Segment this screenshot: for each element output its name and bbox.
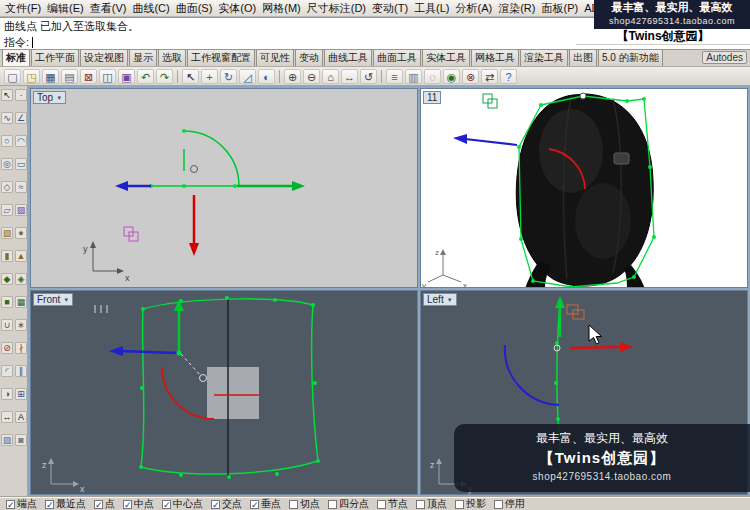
menu-analyze[interactable]: 分析(A) <box>453 0 496 17</box>
osnap-midpoint[interactable]: ✓中点 <box>123 497 154 510</box>
checkbox-icon[interactable]: ✓ <box>123 500 132 509</box>
text-tool-icon[interactable]: A <box>15 411 27 423</box>
save-icon[interactable]: ▦ <box>42 69 59 84</box>
print-icon[interactable]: ▤ <box>61 69 78 84</box>
split-tool-icon[interactable]: ∤ <box>15 342 27 354</box>
zoom-out-icon[interactable]: ⊖ <box>303 69 320 84</box>
help-icon[interactable]: ? <box>500 69 517 84</box>
tab-render-tools[interactable]: 渲染工具 <box>520 50 568 66</box>
checkbox-icon[interactable] <box>289 500 298 509</box>
menu-edit[interactable]: 编辑(E) <box>44 0 87 17</box>
menu-surface[interactable]: 曲面(S) <box>173 0 216 17</box>
tab-transform[interactable]: 变动 <box>295 50 323 66</box>
offset-tool-icon[interactable]: ∥ <box>15 365 27 377</box>
menu-tools[interactable]: 工具(L) <box>411 0 452 17</box>
tab-display[interactable]: 显示 <box>129 50 157 66</box>
surface-corner-tool-icon[interactable]: ▨ <box>15 204 27 216</box>
menu-panels[interactable]: 面板(P) <box>538 0 581 17</box>
checkbox-icon[interactable]: ✓ <box>250 500 259 509</box>
join-tool-icon[interactable]: ∪ <box>1 319 13 331</box>
viewport-perspective[interactable]: 11 <box>420 88 748 288</box>
tab-viewport-layout[interactable]: 工作视窗配置 <box>187 50 255 66</box>
menu-file[interactable]: 文件(F) <box>2 0 44 17</box>
undo-icon[interactable]: ↶ <box>137 69 154 84</box>
gumball-red-arrow[interactable] <box>569 347 621 348</box>
mirror-tool-icon[interactable]: ◑ <box>1 388 13 400</box>
rotate-handle-arc[interactable] <box>162 367 214 419</box>
osnap-point[interactable]: ✓点 <box>94 497 115 510</box>
select-tool-icon[interactable]: ↖ <box>1 89 13 101</box>
gumball-x-arrow[interactable] <box>465 139 517 145</box>
swap-view-icon[interactable]: ⇄ <box>481 69 498 84</box>
polygon-tool-icon[interactable]: ◇ <box>1 181 13 193</box>
open-file-icon[interactable]: ◳ <box>23 69 40 84</box>
viewport-front[interactable]: Front ▼ <box>30 290 418 495</box>
select-icon[interactable]: ↖ <box>182 69 199 84</box>
explode-tool-icon[interactable]: ∗ <box>15 319 27 331</box>
mirror-icon[interactable]: ◐ <box>258 69 275 84</box>
copy-icon[interactable]: ◫ <box>99 69 116 84</box>
osnap-project[interactable]: 投影 <box>455 497 486 510</box>
tab-curve-tools[interactable]: 曲线工具 <box>324 50 372 66</box>
array-tool-icon[interactable]: ⊞ <box>15 388 27 400</box>
checkbox-icon[interactable]: ✓ <box>211 500 220 509</box>
zoom-extents-icon[interactable]: ⌂ <box>322 69 339 84</box>
curve-tool-icon[interactable]: ∿ <box>1 112 13 124</box>
tab-surface-tools[interactable]: 曲面工具 <box>373 50 421 66</box>
redo-icon[interactable]: ↷ <box>156 69 173 84</box>
checkbox-icon[interactable] <box>416 500 425 509</box>
viewport-left-label[interactable]: Left ▼ <box>423 293 457 306</box>
zoom-in-icon[interactable]: ⊕ <box>284 69 301 84</box>
gumball-x-arrow[interactable] <box>121 351 177 353</box>
viewport-top-label[interactable]: Top ▼ <box>33 91 66 104</box>
osnap-nearest[interactable]: ✓最近点 <box>45 497 86 510</box>
rotate-handle-arc[interactable] <box>505 345 559 405</box>
render-tool-icon[interactable]: ◙ <box>15 434 27 446</box>
mesh-tools-icon[interactable]: ▦ <box>15 296 27 308</box>
delete-icon[interactable]: ⊗ <box>462 69 479 84</box>
menu-curve[interactable]: 曲线(C) <box>129 0 172 17</box>
menu-dimension[interactable]: 尺寸标注(D) <box>304 0 369 17</box>
tab-cplanes[interactable]: 工作平面 <box>31 50 79 66</box>
surface-tool-icon[interactable]: ▱ <box>1 204 13 216</box>
osnap-tangent[interactable]: 切点 <box>289 497 320 510</box>
checkbox-icon[interactable]: ✓ <box>162 500 171 509</box>
layers-icon[interactable]: ≡ <box>386 69 403 84</box>
circle-tool-icon[interactable]: ○ <box>1 135 13 147</box>
osnap-disable[interactable]: 停用 <box>494 497 525 510</box>
move-icon[interactable]: + <box>201 69 218 84</box>
menu-transform[interactable]: 变动(T) <box>369 0 411 17</box>
freeform-tool-icon[interactable]: ≈ <box>15 181 27 193</box>
paste-icon[interactable]: ▣ <box>118 69 135 84</box>
viewport-top[interactable]: Top ▼ <box>30 88 418 288</box>
osnap-endpoint[interactable]: ✓端点 <box>6 497 37 510</box>
rotate-view-icon[interactable]: ↺ <box>360 69 377 84</box>
tab-solid-tools[interactable]: 实体工具 <box>422 50 470 66</box>
dimension-tool-icon[interactable]: ↔ <box>1 411 13 423</box>
trim-tool-icon[interactable]: ⊘ <box>1 342 13 354</box>
tab-select[interactable]: 选取 <box>158 50 186 66</box>
point-tool-icon[interactable]: ∙ <box>15 89 27 101</box>
properties-icon[interactable]: ▥ <box>405 69 422 84</box>
new-file-icon[interactable]: ▢ <box>4 69 21 84</box>
hide-icon[interactable]: ◌ <box>424 69 441 84</box>
osnap-vertex[interactable]: 顶点 <box>416 497 447 510</box>
tab-drafting[interactable]: 出图 <box>569 50 597 66</box>
scale-icon[interactable]: ◿ <box>239 69 256 84</box>
menu-view[interactable]: 查看(V) <box>87 0 130 17</box>
cone-tool-icon[interactable]: ▲ <box>15 250 27 262</box>
tab-set-view[interactable]: 设定视图 <box>80 50 128 66</box>
tab-mesh-tools[interactable]: 网格工具 <box>471 50 519 66</box>
hatch-tool-icon[interactable]: ▨ <box>1 434 13 446</box>
checkbox-icon[interactable] <box>328 500 337 509</box>
curve-tools-icon[interactable]: ◆ <box>1 273 13 285</box>
cylinder-tool-icon[interactable]: ▮ <box>1 250 13 262</box>
checkbox-icon[interactable] <box>494 500 503 509</box>
tab-standard[interactable]: 标准 <box>2 50 30 66</box>
ellipse-tool-icon[interactable]: ◎ <box>1 158 13 170</box>
pan-icon[interactable]: ↔ <box>341 69 358 84</box>
rotate-icon[interactable]: ↻ <box>220 69 237 84</box>
osnap-intersection[interactable]: ✓交点 <box>211 497 242 510</box>
osnap-quadrant[interactable]: 四分点 <box>328 497 369 510</box>
checkbox-icon[interactable] <box>455 500 464 509</box>
